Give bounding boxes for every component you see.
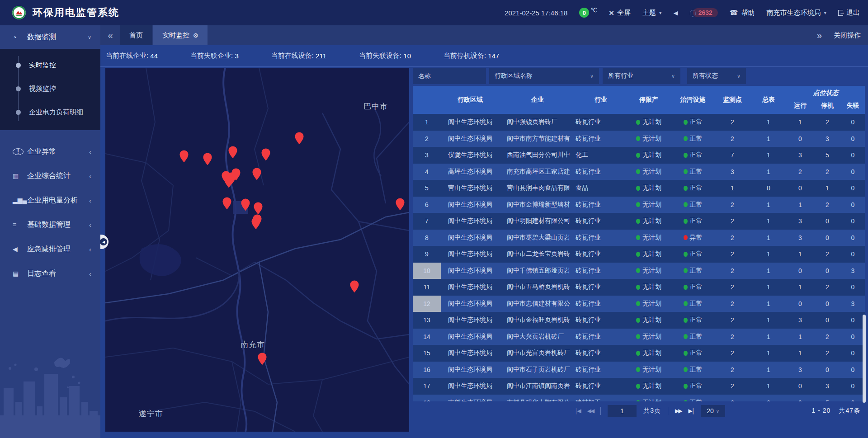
table-row[interactable]: 11 阆中生态环境局 阆中市五马桥页岩机砖 砖瓦行业 无计划 正常 2 1 1 (413, 279, 865, 296)
row-facility-status: 正常 (671, 197, 714, 213)
sidebar-item-label: 企业综合统计 (27, 171, 89, 181)
tab-scroll-left-icon[interactable]: « (100, 30, 120, 41)
col-facility: 治污设施 (671, 86, 714, 114)
map-pin-icon[interactable] (294, 132, 304, 145)
row-stop-count: 3 (814, 131, 841, 147)
sidebar-item[interactable]: ▂▆▄ 企业用电量分析 ‹ (0, 188, 100, 212)
col-point-status-group: 点位状态 (787, 86, 865, 98)
map-pin-icon[interactable] (179, 150, 189, 163)
row-monitor-count: 2 (714, 312, 750, 329)
industry-select[interactable]: 所有行业 ∨ (603, 68, 680, 84)
table-row[interactable]: 3 仪陇生态环境局 西南油气田分公司川中 化工 无计划 正常 7 1 3 (413, 147, 865, 164)
submenu-item-label: 视频监控 (29, 85, 56, 93)
pagination-bar: │◀ ◀◀ 共3页 ▶▶ ▶│ 20 ∨ 1 - 20 共47条 (413, 401, 865, 420)
fullscreen-button[interactable]: × 全屏 (609, 9, 631, 17)
map-pin-icon[interactable] (222, 197, 232, 210)
table-row[interactable]: 15 阆中生态环境局 阆中市光富页岩机砖厂 砖瓦行业 无计划 正常 2 1 1 (413, 345, 865, 362)
map-pin-icon[interactable] (228, 146, 238, 159)
row-region: 阆中生态环境局 (441, 246, 500, 263)
table-row[interactable]: 12 阆中生态环境局 阆中市忠信建材有限公 砖瓦行业 无计划 正常 2 1 0 (413, 296, 865, 312)
prev-page-icon[interactable]: ◀◀ (587, 408, 594, 414)
next-page-icon[interactable]: ▶▶ (675, 408, 681, 414)
notifications-button[interactable]: 2632 (690, 8, 718, 17)
chevron-down-icon: ∨ (716, 409, 719, 414)
row-offline-count: 0 (841, 378, 865, 395)
sidebar-item[interactable]: ≡ 基础数据管理 ‹ (0, 212, 100, 237)
table-row[interactable]: 18 南部生态环境局 南部县砚华土陶有限公 建材加工 无计划 正常 6 0 0 (413, 395, 865, 402)
sidebar-item[interactable]: ! 企业异常 ‹ (0, 139, 100, 164)
col-region: 行政区域 (441, 86, 500, 114)
table-row[interactable]: 14 阆中生态环境局 阆中大兴页岩机砖厂 砖瓦行业 无计划 正常 2 1 1 (413, 329, 865, 345)
stat-item: 当前在线设备 211 (271, 52, 326, 60)
table-row[interactable]: 16 阆中生态环境局 阆中市石子页岩机砖厂 砖瓦行业 无计划 正常 2 1 3 (413, 362, 865, 378)
tab-close-icon[interactable]: ⊗ (193, 32, 198, 39)
row-number: 18 (413, 395, 441, 402)
table-row[interactable]: 9 阆中生态环境局 阆中市二龙长宝页岩砖 砖瓦行业 无计划 正常 2 1 1 (413, 246, 865, 263)
row-facility-status: 正常 (671, 378, 714, 395)
row-offline-count: 3 (841, 296, 865, 312)
theme-dropdown[interactable]: 主题 ▾ (642, 9, 662, 17)
table-row[interactable]: 7 阆中生态环境局 阆中明阳建材有限公司 砖瓦行业 无计划 正常 2 1 3 (413, 213, 865, 230)
sidebar-item[interactable]: ◀ 应急减排管理 ‹ (0, 237, 100, 261)
map-pin-icon[interactable] (349, 280, 359, 293)
sidebar-group-data-monitoring[interactable]: ◔ 数据监测 ∨ (0, 25, 100, 49)
table-row[interactable]: 13 阆中生态环境局 阆中市金福旺页岩机砖 砖瓦行业 无计划 正常 2 1 3 (413, 312, 865, 329)
sidebar-submenu-item[interactable]: 实时监控 (0, 53, 100, 77)
row-meter-count: 1 (750, 131, 787, 147)
help-button[interactable]: ☎ 帮助 (730, 9, 755, 17)
map-pin-icon[interactable] (253, 202, 263, 215)
region-select[interactable]: 行政区域名称 ∨ (489, 68, 599, 84)
row-industry: 砖瓦行业 (576, 197, 626, 213)
tab-realtime-monitoring[interactable]: 实时监控 ⊗ (153, 25, 208, 45)
table-row[interactable]: 2 阆中生态环境局 阆中市南方节能建材有 砖瓦行业 无计划 正常 2 1 0 (413, 131, 865, 147)
record-total-label: 共47条 (839, 407, 860, 415)
sidebar-submenu-item[interactable]: 视频监控 (0, 77, 100, 100)
first-page-icon[interactable]: │◀ (575, 408, 580, 414)
map-pin-icon[interactable] (241, 198, 250, 211)
page-size-select[interactable]: 20 ∨ (701, 405, 725, 417)
sidebar-item[interactable]: ▦ 企业综合统计 ‹ (0, 164, 100, 188)
speaker-icon[interactable]: ◀ (674, 9, 678, 16)
row-facility-label: 正常 (690, 316, 703, 324)
map-pin-icon[interactable] (261, 148, 271, 161)
map-pin-icon[interactable] (257, 353, 267, 366)
close-operations-button[interactable]: 关闭操作 (834, 31, 861, 40)
stat-value: 10 (403, 52, 411, 60)
sidebar-item[interactable]: ▤ 日志查看 ‹ (0, 261, 100, 286)
organization-dropdown[interactable]: 南充市生态环境局 ▾ (766, 9, 826, 17)
pagination-divider (600, 407, 601, 415)
table-row[interactable]: 4 高坪生态环境局 南充市高坪区王家店建 砖瓦行业 无计划 正常 3 1 2 (413, 164, 865, 180)
row-meter-count: 1 (750, 147, 787, 164)
table-row[interactable]: 5 营山生态环境局 营山县润丰肉食品有限 食品 无计划 正常 1 0 0 (413, 180, 865, 197)
map-pin-icon[interactable] (251, 217, 261, 230)
last-page-icon[interactable]: ▶│ (688, 408, 694, 414)
table-scrollbar-thumb[interactable] (863, 315, 866, 403)
status-select[interactable]: 所有状态 ∨ (687, 68, 746, 84)
status-dot-icon (636, 318, 640, 323)
table-row[interactable]: 6 阆中生态环境局 阆中市金博瑞新型墙材 砖瓦行业 无计划 正常 2 1 1 (413, 197, 865, 213)
table-row[interactable]: 10 阆中生态环境局 阆中千佛镇五郎垭页岩 砖瓦行业 无计划 正常 2 1 0 (413, 263, 865, 279)
row-limit-status: 无计划 (626, 114, 671, 131)
table-row[interactable]: 1 阆中生态环境局 阆中强锐页岩砖厂 砖瓦行业 无计划 正常 2 1 1 (413, 114, 865, 131)
table-row[interactable]: 17 阆中生态环境局 阆中市江南镇阆南页岩 砖瓦行业 无计划 正常 2 1 0 (413, 378, 865, 395)
map-pin-icon[interactable] (203, 152, 212, 165)
tab-scroll-right-icon[interactable]: » (817, 30, 822, 41)
map-pin-icon[interactable] (252, 168, 262, 181)
stat-label: 当前在线企业 (106, 52, 150, 60)
app-title: 环保用电监管系统 (33, 6, 119, 19)
map-canvas[interactable]: 巴中市南充市遂宁市 (105, 68, 409, 432)
row-meter-count: 1 (750, 329, 787, 345)
row-run-count: 0 (787, 263, 814, 279)
logout-button[interactable]: → 退出 (838, 9, 860, 17)
main-content: « 首页 实时监控 ⊗ » 关闭操作 当前在线企业 44 当前失联企业 3 当前… (100, 25, 868, 438)
row-run-count: 3 (787, 213, 814, 230)
map-pin-icon[interactable] (224, 175, 234, 188)
fullscreen-label: 全屏 (617, 9, 631, 17)
page-number-input[interactable] (608, 405, 637, 417)
name-search-input[interactable] (413, 68, 486, 84)
table-row[interactable]: 8 阆中生态环境局 阆中市枣碧大梁山页岩 砖瓦行业 无计划 异常 2 1 3 (413, 230, 865, 246)
sidebar-submenu-item[interactable]: 企业电力负荷明细 (0, 100, 100, 124)
tab-home[interactable]: 首页 (120, 25, 152, 45)
row-offline-count: 0 (841, 329, 865, 345)
map-pin-icon[interactable] (395, 198, 405, 211)
